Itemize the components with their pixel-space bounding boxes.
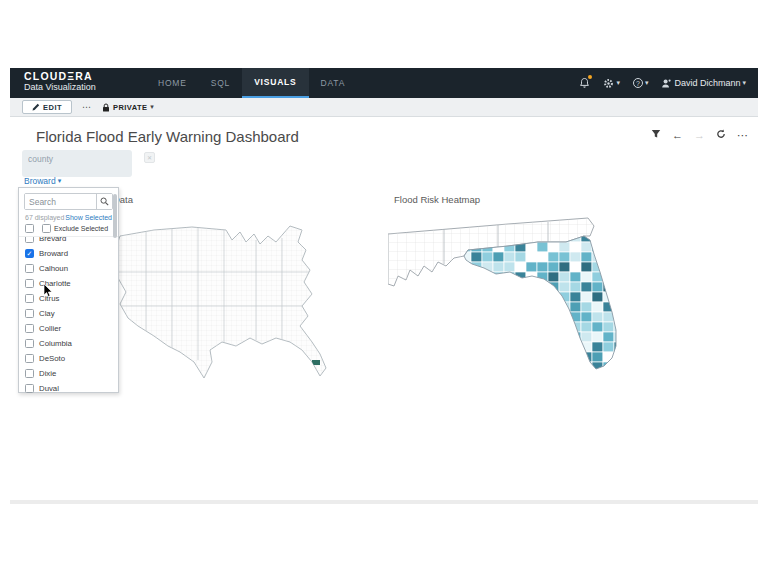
county-list-item[interactable]: Brevard xyxy=(25,237,118,246)
county-filter-dropdown: 67 displayed Show Selected Exclude Selec… xyxy=(18,187,119,393)
app-window: CLOUDΞRA Data Visualization HOMESQLVISUA… xyxy=(10,68,758,504)
county-list-item[interactable]: Citrus xyxy=(25,291,118,306)
pencil-icon xyxy=(32,103,40,111)
county-label: Brevard xyxy=(39,237,66,243)
filter-value-label: Broward xyxy=(24,176,56,186)
help-menu[interactable]: ? ▾ xyxy=(633,78,649,88)
precipitation-map[interactable] xyxy=(106,210,344,398)
caret-down-icon: ▾ xyxy=(742,79,746,87)
brand-logo: CLOUDΞRA Data Visualization xyxy=(10,68,128,98)
caret-down-icon: ▾ xyxy=(58,177,62,185)
notification-badge xyxy=(588,75,592,79)
caret-down-icon: ▾ xyxy=(645,79,649,87)
user-icon xyxy=(661,78,672,89)
filter-widget-icon[interactable]: ✕ xyxy=(144,152,155,163)
search-input[interactable] xyxy=(25,194,96,209)
mouse-cursor xyxy=(43,284,54,298)
nav-tab-home[interactable]: HOME xyxy=(146,68,199,98)
forward-arrow-icon[interactable]: → xyxy=(694,130,705,141)
flood-risk-heatmap[interactable] xyxy=(388,206,652,396)
county-label: Dixie xyxy=(39,369,56,378)
back-arrow-icon[interactable]: ← xyxy=(672,130,683,141)
county-list-item[interactable]: Charlotte xyxy=(25,276,118,291)
filter-selected-value[interactable]: Broward ▾ xyxy=(24,176,61,186)
nav-right: ▾ ? ▾ David Dichmann ▾ xyxy=(579,68,758,98)
lock-icon xyxy=(102,103,110,112)
search-button[interactable] xyxy=(96,194,112,209)
nav-tab-visuals[interactable]: VISUALS xyxy=(242,68,308,98)
county-label: Duval xyxy=(39,384,59,393)
county-label: Broward xyxy=(39,249,68,258)
county-checkbox[interactable] xyxy=(25,294,34,303)
toolbar-more-button[interactable]: ⋯ xyxy=(82,102,92,112)
county-label: Clay xyxy=(39,309,55,318)
exclude-selected-checkbox[interactable] xyxy=(42,224,51,233)
select-all-checkbox[interactable] xyxy=(25,224,34,233)
privacy-label: PRIVATE xyxy=(113,103,147,112)
county-label: Collier xyxy=(39,324,61,333)
county-checkbox[interactable]: ✓ xyxy=(25,249,34,258)
more-options-icon[interactable]: ⋯ xyxy=(737,130,748,141)
settings-gear-menu[interactable]: ▾ xyxy=(603,78,620,89)
edit-label: EDIT xyxy=(43,103,62,112)
brand-name: CLOUDΞRA xyxy=(24,71,128,83)
exclude-selected-option[interactable]: Exclude Selected xyxy=(42,224,108,233)
search-icon xyxy=(100,197,109,206)
top-navbar: CLOUDΞRA Data Visualization HOMESQLVISUA… xyxy=(10,68,758,98)
displayed-count: 67 displayed xyxy=(25,214,64,221)
county-checkbox[interactable] xyxy=(25,324,34,333)
county-list-item[interactable]: Duval xyxy=(25,381,118,396)
gear-icon xyxy=(603,78,614,89)
caret-down-icon: ▾ xyxy=(616,79,620,87)
county-checkbox[interactable] xyxy=(25,279,34,288)
county-checkbox[interactable] xyxy=(25,354,34,363)
county-checkbox[interactable] xyxy=(25,237,34,243)
nav-tabs: HOMESQLVISUALSDATA xyxy=(146,68,357,98)
nav-tab-data[interactable]: DATA xyxy=(309,68,358,98)
help-icon: ? xyxy=(633,78,643,88)
user-name: David Dichmann xyxy=(674,78,740,88)
privacy-dropdown[interactable]: PRIVATE ▾ xyxy=(102,103,154,112)
user-menu[interactable]: David Dichmann ▾ xyxy=(661,78,746,89)
edit-button[interactable]: EDIT xyxy=(22,100,72,114)
dashboard-actions: ← → ⋯ xyxy=(651,129,748,141)
county-list-item[interactable]: Clay xyxy=(25,306,118,321)
county-label: DeSoto xyxy=(39,354,65,363)
refresh-icon[interactable] xyxy=(716,129,726,141)
county-label: Columbia xyxy=(39,339,72,348)
county-list-item[interactable]: Dixie xyxy=(25,366,118,381)
county-checkbox[interactable] xyxy=(25,264,34,273)
county-list-item[interactable]: Calhoun xyxy=(25,261,118,276)
county-checkbox[interactable] xyxy=(25,384,34,393)
search-bar xyxy=(24,193,113,210)
brand-product: Data Visualization xyxy=(24,83,128,93)
caret-down-icon: ▾ xyxy=(150,103,154,111)
page-title: Florida Flood Early Warning Dashboard xyxy=(36,128,299,145)
list-scrollbar[interactable] xyxy=(113,194,117,238)
notifications-bell-icon[interactable] xyxy=(579,77,590,89)
exclude-selected-label: Exclude Selected xyxy=(54,225,108,232)
county-filter-field[interactable] xyxy=(22,150,132,177)
county-list: Brevard✓BrowardCalhounCharlotteCitrusCla… xyxy=(19,237,118,397)
filter-counts-row: 67 displayed Show Selected xyxy=(19,213,118,223)
county-checkbox[interactable] xyxy=(25,369,34,378)
county-label: Calhoun xyxy=(39,264,68,273)
dashboard-toolbar: EDIT ⋯ PRIVATE ▾ xyxy=(10,98,758,117)
county-list-item[interactable]: Columbia xyxy=(25,336,118,351)
county-checkbox[interactable] xyxy=(25,339,34,348)
right-visual-title: Flood Risk Heatmap xyxy=(394,194,480,205)
county-list-item[interactable]: DeSoto xyxy=(25,351,118,366)
county-list-item[interactable]: ✓Broward xyxy=(25,246,118,261)
county-list-item[interactable]: Collier xyxy=(25,321,118,336)
filter-funnel-icon[interactable] xyxy=(651,129,661,141)
show-selected-link[interactable]: Show Selected xyxy=(65,214,112,221)
filter-selectors-row: Exclude Selected xyxy=(19,223,118,237)
nav-tab-sql[interactable]: SQL xyxy=(199,68,242,98)
county-checkbox[interactable] xyxy=(25,309,34,318)
